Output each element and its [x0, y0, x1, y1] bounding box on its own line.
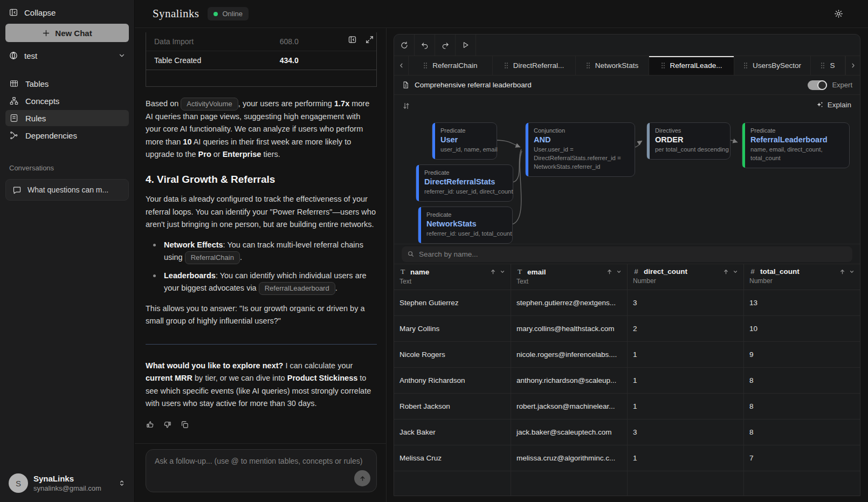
graph-node-networkstats[interactable]: Predicate NetworkStats referrer_id: user…	[418, 207, 513, 244]
tab-usersbysector[interactable]: UsersBySector	[734, 56, 811, 75]
rule-toolbar	[394, 35, 860, 56]
drag-handle-icon	[504, 62, 508, 69]
node-accent	[647, 123, 650, 159]
drag-handle-icon	[821, 62, 825, 69]
auto-layout-icon[interactable]	[402, 102, 410, 110]
expert-toggle[interactable]	[808, 80, 827, 90]
graph-node-referralleaderboard[interactable]: Predicate ReferralLeaderboard name, emai…	[742, 122, 850, 168]
column-header-email[interactable]: Temail Text	[511, 264, 627, 290]
sort-desc-icon	[849, 269, 855, 274]
tab-referralchain[interactable]: ReferralChain	[409, 56, 493, 75]
table-row[interactable]: Stephen Gutierrez stephen.gutierrez@next…	[394, 290, 860, 316]
conversation-item[interactable]: What questions can m...	[5, 179, 129, 201]
graph-node-order[interactable]: Directives ORDER per total_count descend…	[646, 122, 731, 160]
table-header: Tname Text Temail Text #direct_count Num…	[394, 264, 860, 290]
node-accent	[526, 123, 528, 176]
assistant-paragraph: Your data is already configured to track…	[146, 193, 377, 231]
text-type-icon: T	[399, 267, 406, 276]
table-row[interactable]: Kimberly Zhang kimberly.zhang@tradingbot…	[394, 471, 860, 496]
message-divider	[146, 344, 377, 345]
composer	[146, 449, 377, 492]
arrow-up-icon	[359, 475, 367, 483]
tabs-scroll-right-button[interactable]	[845, 56, 860, 75]
graph-node-directreferralstats[interactable]: Predicate DirectReferralStats referrer_i…	[416, 164, 513, 202]
search-input[interactable]	[419, 250, 847, 258]
expert-label: Expert	[832, 81, 852, 89]
result-row: Table Created 434.0	[146, 51, 376, 70]
sidebar-item-concepts[interactable]: Concepts	[5, 93, 129, 109]
sidebar-item-rules[interactable]: Rules	[5, 110, 129, 126]
rule-title: Comprehensive referral leaderboard	[415, 81, 532, 89]
explain-button[interactable]: Explain	[816, 101, 851, 109]
column-header-total-count[interactable]: #total_count Number	[743, 264, 860, 290]
sidebar-item-dependencies[interactable]: Dependencies	[5, 127, 129, 143]
search-icon	[407, 250, 415, 258]
number-type-icon: #	[749, 267, 756, 276]
result-row: Data Import 608.0	[146, 32, 376, 51]
search-box[interactable]	[402, 246, 852, 262]
refresh-icon	[400, 41, 409, 50]
sort-controls[interactable]	[839, 269, 855, 275]
collapse-panel-icon[interactable]	[348, 35, 357, 44]
undo-icon	[421, 41, 429, 50]
play-icon	[461, 41, 470, 49]
panel-collapse-icon	[9, 8, 18, 17]
table-row[interactable]: Robert Jackson robert.jackson@machinelea…	[394, 394, 860, 420]
expand-icon[interactable]	[365, 35, 374, 44]
tabs-scroll-left-button[interactable]	[394, 56, 409, 75]
user-menu[interactable]: S SynaLinks synalinks@gmail.com	[0, 464, 134, 502]
new-chat-button[interactable]: New Chat	[5, 24, 129, 42]
graph-node-and[interactable]: Conjunction AND User.user_id = DirectRef…	[525, 122, 635, 177]
table-row[interactable]: Mary Collins mary.collins@healthstack.co…	[394, 316, 860, 342]
referralchain-chip[interactable]: ReferralChain	[185, 251, 240, 264]
rule-graph-canvas: Explain Predicate User user_id, name, em…	[394, 95, 860, 244]
theme-toggle-button[interactable]	[834, 9, 843, 18]
refresh-button[interactable]	[394, 35, 415, 56]
tab-referralleaderboard[interactable]: ReferralLeade...	[649, 56, 734, 75]
sort-controls[interactable]	[490, 269, 505, 275]
rule-tabs: ReferralChain DirectReferral... NetworkS…	[394, 56, 860, 75]
assistant-paragraph: Based on ActivityVolume, your users are …	[146, 98, 377, 161]
result-table: Data Import 608.0 Table Created 434.0	[146, 32, 377, 87]
column-header-direct-count[interactable]: #direct_count Number	[627, 264, 743, 290]
column-header-name[interactable]: Tname Text	[394, 264, 511, 290]
referralleaderboard-chip[interactable]: ReferralLeaderboard	[259, 282, 335, 295]
tab-truncated[interactable]: S	[811, 56, 845, 75]
sidebar-nav: Tables Concepts Rules Dependencies	[5, 75, 129, 143]
table-row[interactable]: Nicole Rogers nicole.rogers@inferencelab…	[394, 342, 860, 368]
copy-button[interactable]	[180, 420, 189, 429]
table-search-row	[394, 244, 860, 264]
table-row[interactable]: Melissa Cruz melissa.cruz@algorithminc.c…	[394, 445, 860, 471]
workspace-selector[interactable]: test	[5, 47, 129, 64]
node-accent	[742, 123, 745, 168]
thumbs-down-button[interactable]	[163, 420, 172, 429]
composer-zone	[135, 443, 386, 502]
table-row[interactable]: Jack Baker jack.baker@scaleuptech.com 3 …	[394, 420, 860, 445]
sidebar-item-tables[interactable]: Tables	[5, 75, 129, 92]
sort-controls[interactable]	[607, 269, 622, 275]
sort-controls[interactable]	[723, 269, 738, 275]
bullet-item: Leaderboards: You can identify which ind…	[146, 270, 377, 295]
knowledge-graph-icon	[9, 51, 18, 60]
scroll-icon	[9, 113, 19, 123]
thumbs-up-button[interactable]	[146, 420, 155, 429]
send-button[interactable]	[354, 470, 370, 486]
table-row[interactable]: Anthony Richardson anthony.richardson@sc…	[394, 368, 860, 394]
undo-button[interactable]	[415, 35, 435, 56]
run-button[interactable]	[456, 35, 476, 56]
text-type-icon: T	[516, 267, 523, 276]
tab-networkstats[interactable]: NetworkStats	[576, 56, 649, 75]
node-accent	[418, 207, 421, 243]
activityvolume-chip[interactable]: ActivityVolume	[181, 98, 238, 111]
assistant-paragraph: This allows you to answer: "Is our growt…	[146, 302, 377, 328]
assistant-paragraph: What would you like to explore next? I c…	[146, 360, 377, 410]
follow-up-input[interactable]	[146, 450, 376, 478]
tab-directreferral[interactable]: DirectReferral...	[493, 56, 576, 75]
graph-node-user[interactable]: Predicate User user_id, name, email	[432, 122, 497, 160]
redo-button[interactable]	[435, 35, 456, 56]
chat-bubble-icon	[12, 185, 22, 195]
collapse-sidebar-button[interactable]: Collapse	[5, 6, 129, 24]
drag-handle-icon	[423, 62, 428, 69]
drag-handle-icon	[586, 62, 590, 69]
avatar: S	[9, 473, 28, 493]
